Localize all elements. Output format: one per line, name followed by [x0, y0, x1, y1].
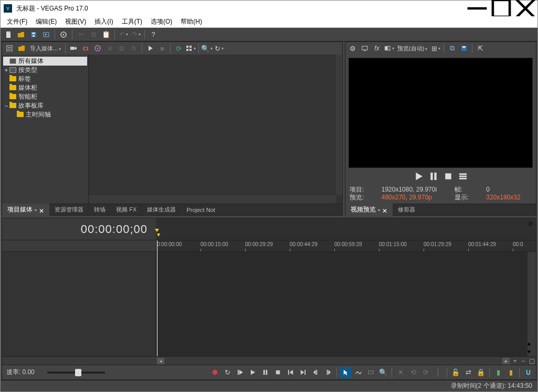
- stop-button[interactable]: [272, 367, 283, 378]
- maximize-button[interactable]: [489, 1, 513, 16]
- render-icon[interactable]: [40, 29, 52, 40]
- redo-icon[interactable]: ↷: [130, 29, 142, 40]
- remove-media-icon[interactable]: ✕: [104, 43, 115, 54]
- envelope-tool-icon[interactable]: [352, 367, 364, 378]
- zoom-fit-button[interactable]: ▢: [528, 357, 536, 365]
- unlock-icon[interactable]: 🔓: [450, 367, 461, 378]
- tab-video-fx[interactable]: 视频 FX: [111, 204, 142, 215]
- tab-transitions[interactable]: 转场: [89, 204, 111, 215]
- snap-icon[interactable]: [522, 367, 534, 378]
- preview-play-icon[interactable]: [144, 43, 156, 54]
- search-icon[interactable]: 🔍: [201, 43, 213, 54]
- auto-ripple-icon[interactable]: ⇄: [462, 367, 474, 378]
- preview-scale-icon[interactable]: ⇱: [474, 43, 486, 54]
- menu-tools[interactable]: 工具(T): [118, 16, 146, 27]
- trim-end-icon[interactable]: ⟳: [420, 367, 431, 378]
- video-preview-display[interactable]: [349, 58, 533, 168]
- preview-stop-button[interactable]: [443, 171, 453, 182]
- play-button[interactable]: [247, 367, 258, 378]
- scrollbar-v[interactable]: [336, 55, 342, 195]
- play-from-start-button[interactable]: [234, 367, 246, 378]
- preview-menu-button[interactable]: [458, 171, 468, 182]
- media-tree[interactable]: 所有媒体 +按类型 标签 媒体柜 智能柜 −故事板库 主时间轴: [2, 55, 89, 204]
- capture-video-icon[interactable]: [68, 43, 79, 54]
- scroll-up-button[interactable]: ▴: [528, 340, 536, 348]
- preview-save-snapshot-icon[interactable]: [458, 43, 470, 54]
- refresh-icon[interactable]: ⟳: [173, 43, 184, 54]
- minimize-button[interactable]: [465, 1, 489, 16]
- loop-button[interactable]: ↻: [221, 367, 233, 378]
- media-properties-icon[interactable]: [4, 43, 15, 54]
- lock-icon[interactable]: 🔒: [475, 367, 487, 378]
- view-mode-icon[interactable]: [185, 43, 196, 54]
- media-list-view[interactable]: [89, 55, 342, 204]
- preview-copy-icon[interactable]: ⧉: [446, 43, 458, 54]
- timeline-cursor[interactable]: [157, 240, 157, 356]
- menu-help[interactable]: 帮助(H): [176, 16, 206, 27]
- pause-button[interactable]: [259, 367, 271, 378]
- open-file-icon[interactable]: [15, 29, 27, 40]
- go-start-button[interactable]: [284, 367, 296, 378]
- get-photo-icon[interactable]: [80, 43, 91, 54]
- menu-view[interactable]: 视图(V): [61, 16, 90, 27]
- timecode-display[interactable]: 00:00:00;00: [2, 218, 156, 240]
- tab-project-notes[interactable]: Project Not: [181, 205, 220, 215]
- track-header-area[interactable]: [2, 252, 156, 356]
- media-fx-icon[interactable]: fx: [128, 43, 140, 54]
- timeline-track-area[interactable]: [156, 252, 528, 356]
- preview-ext-monitor-icon[interactable]: [359, 43, 371, 54]
- tab-explorer[interactable]: 资源管理器: [49, 204, 89, 215]
- preview-overlays-icon[interactable]: ⊞: [430, 43, 441, 54]
- preview-pause-button[interactable]: [428, 171, 439, 182]
- cut-tl-icon[interactable]: ✕: [395, 367, 406, 378]
- copy-icon[interactable]: ⧉: [88, 29, 99, 40]
- paste-icon[interactable]: 📋: [100, 29, 112, 40]
- scroll-left-button[interactable]: ◂: [157, 358, 164, 364]
- normal-edit-tool-icon[interactable]: [340, 367, 351, 378]
- media-folder-icon[interactable]: [16, 43, 27, 54]
- tab-video-preview[interactable]: 视频预览▫✕: [345, 204, 393, 216]
- timeline-ruler[interactable]: 0:00:00:00 00:00:15:00 00:00:29:29 00:00…: [156, 240, 536, 251]
- preview-play-button[interactable]: [414, 171, 424, 182]
- marker-icon[interactable]: ▮: [492, 367, 504, 378]
- tree-all-media[interactable]: 所有媒体: [3, 57, 87, 66]
- tree-storyboard[interactable]: −故事板库: [3, 101, 87, 110]
- extract-audio-icon[interactable]: [92, 43, 103, 54]
- tab-trimmer[interactable]: 修剪器: [393, 204, 420, 215]
- tab-media-gen[interactable]: 媒体生成器: [142, 204, 181, 215]
- menu-file[interactable]: 文件(F): [3, 16, 31, 27]
- go-end-button[interactable]: [297, 367, 309, 378]
- preview-props-icon[interactable]: ⚙: [347, 43, 358, 54]
- tree-main-timeline[interactable]: 主时间轴: [3, 110, 87, 119]
- new-file-icon[interactable]: [3, 29, 14, 40]
- tab-project-media[interactable]: 项目媒体▫✕: [2, 204, 49, 216]
- scroll-right-button[interactable]: ▸: [502, 358, 510, 364]
- scroll-down-button[interactable]: ▾: [528, 348, 536, 356]
- zoom-in-button[interactable]: +: [511, 357, 519, 365]
- media-settings-icon[interactable]: ⚙: [116, 43, 128, 54]
- split-icon[interactable]: │: [432, 367, 444, 378]
- menu-edit[interactable]: 编辑(E): [31, 16, 61, 27]
- preview-quality-dropdown[interactable]: 预览(自动): [395, 45, 429, 52]
- next-frame-button[interactable]: [322, 367, 334, 378]
- zoom-tool-icon[interactable]: 🔍: [377, 367, 389, 378]
- menu-options[interactable]: 选项(O): [146, 16, 176, 27]
- scrollbar-h[interactable]: [89, 195, 336, 204]
- timeline-scrollbar[interactable]: ◂ ▸: [156, 357, 511, 365]
- tree-by-type[interactable]: +按类型: [3, 66, 87, 75]
- sort-icon[interactable]: ↻: [213, 43, 225, 54]
- tree-tags[interactable]: 标签: [3, 75, 87, 83]
- selection-tool-icon[interactable]: [365, 367, 376, 378]
- marker-flag-icon[interactable]: 🏳: [526, 218, 536, 240]
- rate-slider[interactable]: [47, 372, 105, 374]
- preview-split-icon[interactable]: [383, 43, 395, 54]
- undo-icon[interactable]: ↶: [118, 29, 129, 40]
- region-icon[interactable]: ▮: [505, 367, 516, 378]
- close-button[interactable]: [513, 1, 537, 16]
- preview-fx-icon[interactable]: fx: [371, 43, 383, 54]
- import-media-button[interactable]: 导入媒体...: [28, 45, 63, 52]
- zoom-out-button[interactable]: −: [519, 357, 528, 365]
- save-icon[interactable]: [28, 29, 39, 40]
- whatsthis-icon[interactable]: ?: [147, 29, 159, 40]
- record-button[interactable]: [209, 367, 220, 378]
